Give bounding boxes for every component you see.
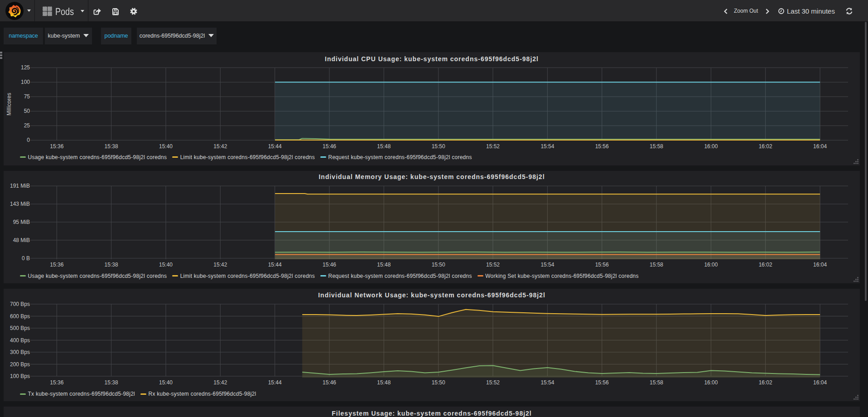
svg-text:15:38: 15:38	[105, 379, 118, 386]
svg-text:15:52: 15:52	[486, 379, 500, 386]
svg-text:300 Bps: 300 Bps	[10, 349, 30, 355]
svg-text:15:42: 15:42	[213, 262, 227, 268]
svg-text:15:52: 15:52	[486, 262, 500, 268]
svg-text:700 Bps: 700 Bps	[10, 301, 30, 307]
svg-text:15:40: 15:40	[159, 262, 173, 268]
svg-text:15:46: 15:46	[323, 143, 336, 150]
svg-text:15:58: 15:58	[650, 262, 663, 268]
svg-text:400 Bps: 400 Bps	[10, 337, 30, 344]
svg-text:15:44: 15:44	[268, 143, 282, 150]
svg-text:600 Bps: 600 Bps	[10, 313, 30, 320]
svg-text:143 MiB: 143 MiB	[10, 201, 30, 207]
svg-text:15:50: 15:50	[432, 143, 445, 150]
svg-text:16:02: 16:02	[759, 262, 772, 268]
svg-text:15:36: 15:36	[50, 379, 63, 386]
svg-text:15:48: 15:48	[377, 262, 391, 268]
svg-text:15:42: 15:42	[213, 143, 227, 150]
svg-text:95 MiB: 95 MiB	[13, 219, 30, 225]
svg-text:0 B: 0 B	[22, 255, 30, 262]
svg-text:100: 100	[21, 79, 30, 85]
svg-text:16:04: 16:04	[813, 262, 827, 268]
svg-text:15:52: 15:52	[486, 143, 500, 150]
svg-text:15:40: 15:40	[159, 379, 173, 386]
svg-text:25: 25	[24, 122, 30, 129]
svg-text:16:04: 16:04	[813, 143, 827, 150]
svg-text:16:04: 16:04	[813, 379, 827, 386]
svg-text:50: 50	[24, 108, 30, 114]
svg-text:15:54: 15:54	[540, 262, 554, 268]
svg-text:15:46: 15:46	[323, 262, 336, 268]
svg-text:16:02: 16:02	[759, 143, 772, 150]
svg-text:Millicores: Millicores	[6, 92, 12, 115]
svg-text:125: 125	[21, 64, 30, 71]
svg-text:16:00: 16:00	[704, 143, 718, 150]
svg-text:15:54: 15:54	[540, 379, 554, 386]
svg-text:15:36: 15:36	[50, 262, 63, 268]
svg-text:15:58: 15:58	[650, 379, 663, 386]
svg-text:15:58: 15:58	[650, 143, 663, 150]
svg-text:16:00: 16:00	[704, 379, 718, 386]
svg-text:15:42: 15:42	[213, 379, 227, 386]
svg-text:15:44: 15:44	[268, 262, 282, 268]
svg-text:100 Bps: 100 Bps	[10, 373, 30, 379]
svg-text:48 MiB: 48 MiB	[13, 237, 30, 243]
svg-text:16:00: 16:00	[704, 262, 718, 268]
svg-text:15:44: 15:44	[268, 379, 282, 386]
svg-text:15:36: 15:36	[50, 143, 63, 150]
svg-text:200 Bps: 200 Bps	[10, 361, 30, 368]
svg-text:0: 0	[27, 137, 30, 143]
svg-text:15:56: 15:56	[595, 143, 609, 150]
svg-text:15:48: 15:48	[377, 379, 391, 386]
svg-text:15:56: 15:56	[595, 262, 609, 268]
svg-text:15:38: 15:38	[105, 143, 118, 150]
svg-text:15:50: 15:50	[432, 262, 445, 268]
svg-text:15:40: 15:40	[159, 143, 173, 150]
svg-text:191 MiB: 191 MiB	[10, 183, 30, 189]
svg-text:16:02: 16:02	[759, 379, 772, 386]
svg-text:15:54: 15:54	[540, 143, 554, 150]
svg-text:500 Bps: 500 Bps	[10, 325, 30, 331]
svg-text:15:50: 15:50	[432, 379, 445, 386]
svg-text:15:48: 15:48	[377, 143, 391, 150]
svg-text:15:56: 15:56	[595, 379, 609, 386]
svg-text:15:38: 15:38	[105, 262, 118, 268]
svg-text:15:46: 15:46	[323, 379, 336, 386]
svg-text:75: 75	[24, 93, 30, 100]
